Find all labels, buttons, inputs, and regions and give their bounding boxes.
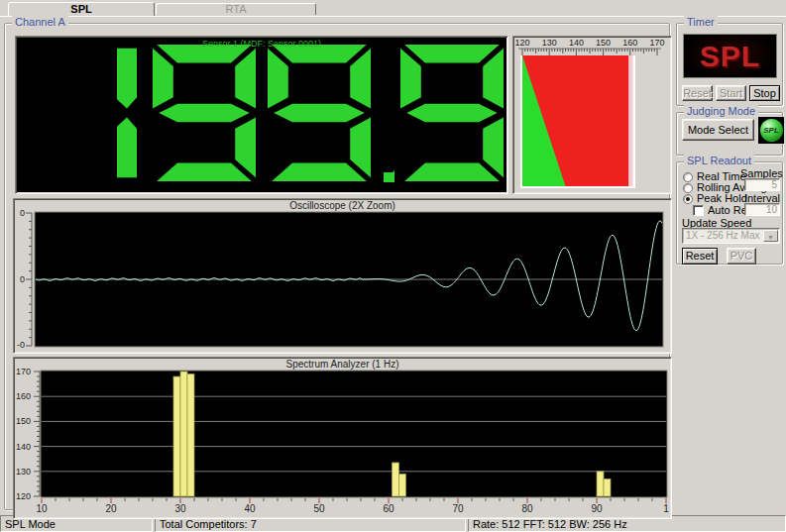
svg-text:160: 160	[622, 38, 637, 48]
svg-text:170: 170	[649, 38, 664, 48]
svg-text:0: 0	[20, 274, 25, 284]
spectrum-analyzer-plot: 1201301401501601701020304050607080901	[14, 358, 669, 516]
interval-field[interactable]: 10	[744, 203, 780, 216]
timer-group: Timer SPL Reset Start Stop	[676, 23, 783, 106]
oscilloscope-plot: 00-0	[14, 199, 669, 351]
svg-text:40: 40	[244, 503, 256, 514]
samples-field[interactable]: 5	[744, 178, 780, 191]
update-speed-value: 1X - 256 Hz Max	[686, 230, 759, 241]
timer-stop-button[interactable]: Stop	[749, 85, 780, 101]
seven-segment-readout	[16, 37, 505, 191]
timer-display-text: SPL	[700, 42, 760, 71]
tab-rta[interactable]: RTA	[156, 3, 316, 15]
svg-text:70: 70	[452, 503, 464, 514]
svg-text:-0: -0	[17, 340, 25, 350]
mode-select-button[interactable]: Mode Select	[682, 119, 754, 141]
radio-real-time-icon	[683, 172, 693, 182]
auto-reset-checkbox-icon	[693, 205, 704, 216]
svg-text:20: 20	[105, 503, 117, 514]
tab-spl[interactable]: SPL	[8, 2, 155, 16]
timer-start-button[interactable]: Start	[716, 85, 746, 101]
svg-text:140: 140	[569, 38, 584, 48]
svg-text:120: 120	[514, 38, 529, 48]
gauge-scale: 120130140150160170	[513, 37, 669, 191]
timer-group-label: Timer	[684, 16, 718, 29]
oscilloscope-title: Oscilloscope (2X Zoom)	[14, 200, 671, 211]
channel-a-label: Channel A	[12, 16, 68, 29]
spl-digital-display: Sensor 1 (MDF: Sensor 0001)	[15, 36, 508, 194]
svg-text:80: 80	[521, 503, 533, 514]
timer-display: SPL	[683, 34, 777, 78]
svg-text:90: 90	[591, 503, 603, 514]
radio-peak-hold-icon	[683, 194, 693, 204]
svg-text:120: 120	[16, 491, 31, 501]
spectrum-analyzer-panel: Spectrum Analyzer (1 Hz) 120130140150160…	[13, 357, 672, 519]
judging-mode-label: Judging Mode	[684, 105, 758, 118]
chevron-down-icon: ▼	[763, 230, 778, 242]
svg-text:130: 130	[16, 467, 31, 477]
channel-a-group: Channel A Sensor 1 (MDF: Sensor 0001) 12…	[4, 23, 670, 510]
judging-mode-group: Judging Mode Mode Select SPL	[676, 112, 783, 156]
spl-logo-text: SPL	[763, 126, 779, 135]
svg-text:1: 1	[663, 503, 669, 514]
svg-text:30: 30	[174, 503, 186, 514]
spl-readout-group: SPL Readout Real Time Rolling Average Pe…	[676, 161, 783, 265]
timer-reset-button[interactable]: Reset	[682, 85, 713, 101]
sensor-label: Sensor 1 (MDF: Sensor 0001)	[16, 39, 507, 49]
spectrum-analyzer-title: Spectrum Analyzer (1 Hz)	[14, 359, 671, 370]
svg-text:10: 10	[36, 503, 48, 514]
spl-tab-page: Channel A Sensor 1 (MDF: Sensor 0001) 12…	[0, 16, 786, 513]
radio-rolling-average-icon	[683, 183, 693, 193]
spl-gauge: 120130140150160170	[512, 36, 672, 194]
svg-text:50: 50	[313, 503, 325, 514]
readout-reset-button[interactable]: Reset	[682, 248, 718, 265]
svg-text:150: 150	[596, 38, 611, 48]
svg-text:60: 60	[383, 503, 394, 514]
svg-text:160: 160	[16, 391, 31, 401]
pvc-button[interactable]: PVC	[727, 248, 756, 265]
radio-peak-hold[interactable]: Peak Hold	[683, 193, 747, 204]
spl-readout-label: SPL Readout	[684, 155, 754, 167]
update-speed-dropdown[interactable]: 1X - 256 Hz Max ▼	[682, 228, 780, 244]
svg-text:150: 150	[16, 416, 31, 426]
spl-logo-icon: SPL	[758, 117, 784, 144]
app-window: { "tabs": { "spl": "SPL", "rta": "RTA" }…	[0, 0, 786, 532]
oscilloscope-panel: Oscilloscope (2X Zoom) 00-0	[13, 198, 672, 354]
svg-text:140: 140	[16, 442, 31, 452]
svg-text:130: 130	[542, 38, 557, 48]
